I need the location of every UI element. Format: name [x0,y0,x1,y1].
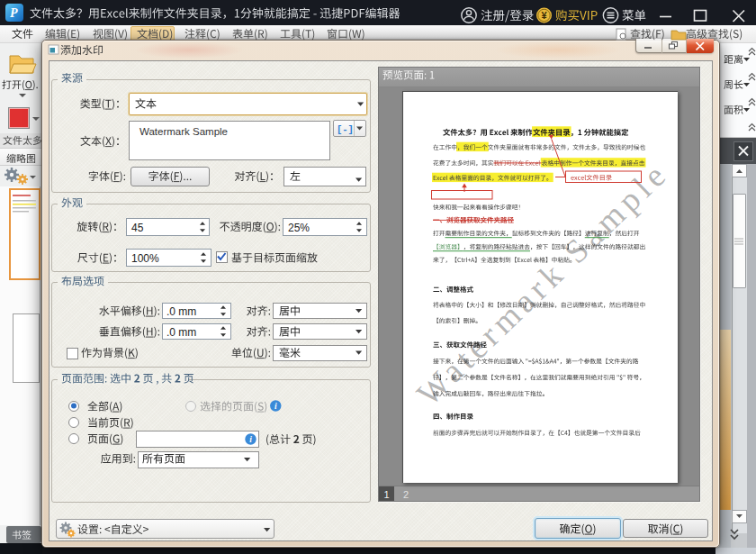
svg-text:i: i [249,435,252,444]
svg-text:¥: ¥ [541,10,547,21]
svg-text:[-]: [-] [337,124,354,135]
svg-text:2: 2 [403,489,409,500]
svg-text:i: i [274,402,277,411]
svg-text:1: 1 [383,489,389,500]
